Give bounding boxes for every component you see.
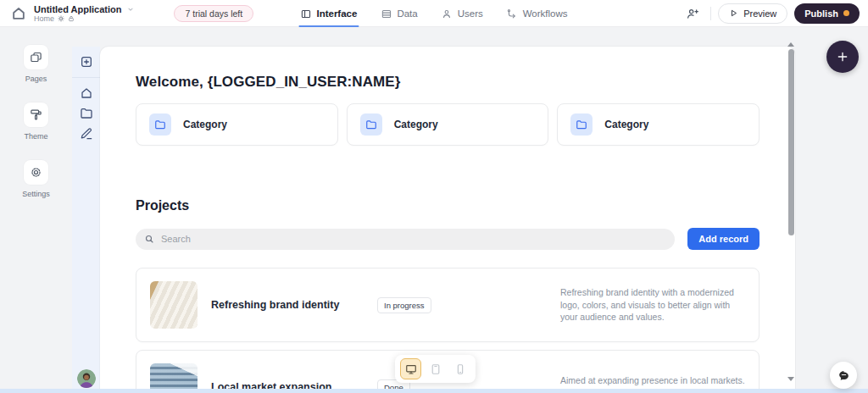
gear-icon <box>24 160 48 185</box>
breadcrumb-page-name: Home <box>34 14 54 23</box>
scroll-down-arrow[interactable] <box>787 377 794 381</box>
app-meta[interactable]: Untitled Application Home <box>34 4 135 23</box>
bottom-edge-strip <box>0 389 868 393</box>
top-header: Untitled Application Home 7 trial days l… <box>0 0 868 27</box>
user-avatar[interactable] <box>77 369 96 388</box>
vertical-scrollbar[interactable] <box>787 41 794 388</box>
header-divider <box>710 7 711 20</box>
publish-button[interactable]: Publish <box>794 3 860 24</box>
tab-interface[interactable]: Interface <box>300 0 357 27</box>
project-description: Refreshing brand identity with a moderni… <box>560 286 745 324</box>
chevron-down-icon[interactable] <box>126 5 135 14</box>
tab-workflows-label: Workflows <box>523 8 568 19</box>
workflows-branch-icon <box>507 8 518 19</box>
projects-heading: Projects <box>136 198 760 213</box>
tab-users[interactable]: Users <box>442 0 483 27</box>
page-lock-icon <box>68 15 75 22</box>
paint-roller-icon <box>24 102 48 127</box>
trial-days-badge: 7 trial days left <box>174 5 253 22</box>
projects-toolbar: Add record <box>136 228 760 250</box>
add-block-fab[interactable] <box>826 41 859 73</box>
help-chat-button[interactable] <box>830 362 857 389</box>
preview-label: Preview <box>743 8 776 19</box>
preview-button[interactable]: Preview <box>718 3 787 24</box>
phone-icon <box>454 363 466 375</box>
category-card[interactable]: Category <box>347 103 549 146</box>
tablet-view-button[interactable] <box>425 358 446 379</box>
tab-data[interactable]: Data <box>381 0 417 27</box>
interface-layout-icon <box>300 8 311 19</box>
main-tabs: Interface Data Users Workflows <box>300 0 567 27</box>
page-gear-icon <box>58 15 64 22</box>
publish-label: Publish <box>804 8 838 19</box>
category-label: Category <box>183 119 227 130</box>
monitor-icon <box>405 363 417 375</box>
tab-interface-label: Interface <box>316 8 357 19</box>
page-tree-rail <box>72 47 100 393</box>
folder-icon <box>570 113 593 136</box>
project-row[interactable]: Refreshing brand identity In progress Re… <box>136 268 760 342</box>
category-card-row: Category Category Category <box>136 103 760 146</box>
category-card[interactable]: Category <box>557 103 760 146</box>
sidebar-item-settings[interactable]: Settings <box>22 160 50 198</box>
canvas-preview-panel: Welcome, {LOGGED_IN_USER:NAME} Category … <box>100 47 795 393</box>
folder-icon <box>360 113 382 136</box>
category-label: Category <box>604 119 648 130</box>
rail-divider <box>72 77 100 78</box>
project-thumbnail-keyboard <box>150 281 198 329</box>
sidebar-item-pages[interactable]: Pages <box>24 45 48 83</box>
search-input[interactable] <box>136 229 675 250</box>
chat-bubble-icon <box>837 369 850 382</box>
phone-view-button[interactable] <box>449 358 470 379</box>
tablet-icon <box>430 363 442 375</box>
sidebar-item-theme[interactable]: Theme <box>24 102 48 141</box>
app-title: Untitled Application <box>34 4 121 14</box>
tab-users-label: Users <box>458 8 483 19</box>
folder-page-icon[interactable] <box>80 107 93 120</box>
category-label: Category <box>394 119 438 130</box>
plus-icon <box>836 50 849 64</box>
users-person-icon <box>442 8 453 19</box>
welcome-heading: Welcome, {LOGGED_IN_USER:NAME} <box>136 74 760 91</box>
publish-status-dot <box>843 10 849 16</box>
scroll-up-arrow[interactable] <box>787 42 794 47</box>
app-logo-home-icon[interactable] <box>10 5 27 22</box>
edit-pencil-icon[interactable] <box>80 127 93 141</box>
status-badge: In progress <box>377 297 431 313</box>
home-page-icon[interactable] <box>80 86 93 100</box>
play-icon <box>729 8 738 18</box>
tab-data-label: Data <box>397 8 417 19</box>
desktop-view-button[interactable] <box>400 358 421 379</box>
folder-icon <box>149 113 171 136</box>
add-record-button[interactable]: Add record <box>687 228 760 250</box>
sidebar-item-label: Pages <box>25 75 47 83</box>
sidebar-item-label: Settings <box>22 190 50 198</box>
device-preview-toolbar <box>395 355 476 383</box>
tab-workflows[interactable]: Workflows <box>507 0 568 27</box>
left-sidebar: Pages Theme Settings <box>0 27 72 393</box>
data-table-icon <box>381 8 392 19</box>
pages-windows-icon <box>24 45 48 69</box>
scrollbar-thumb[interactable] <box>788 49 794 235</box>
search-icon <box>144 234 154 244</box>
sidebar-item-label: Theme <box>24 132 47 141</box>
category-card[interactable]: Category <box>136 103 338 146</box>
project-title: Refreshing brand identity <box>211 299 377 311</box>
add-page-icon[interactable] <box>80 55 93 69</box>
invite-user-button[interactable] <box>682 3 704 25</box>
